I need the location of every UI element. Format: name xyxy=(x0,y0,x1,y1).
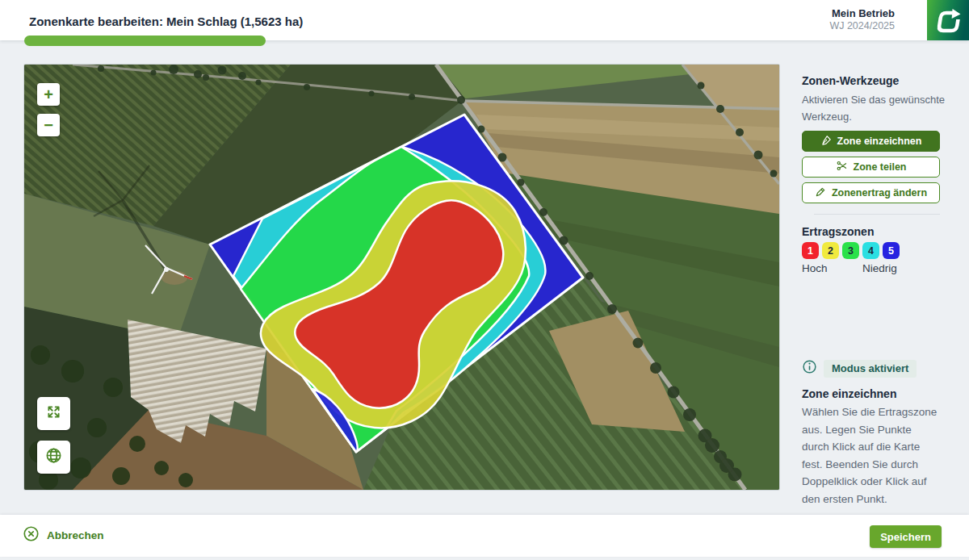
map-zoom-out-button[interactable]: − xyxy=(37,114,60,136)
zone-3-swatch[interactable]: 3 xyxy=(842,242,859,259)
draw-zone-button[interactable]: Zone einzeichnen xyxy=(802,131,940,152)
zone-2-swatch[interactable]: 2 xyxy=(822,242,839,259)
scale-high-label: Hoch xyxy=(802,262,828,274)
close-circle-icon xyxy=(23,525,40,545)
cancel-label: Abbrechen xyxy=(47,529,104,541)
mode-active-badge: Modus aktiviert xyxy=(824,360,917,378)
cancel-button[interactable]: Abbrechen xyxy=(23,525,104,545)
zone-scale-labels: Hoch Niedrig xyxy=(802,262,900,277)
mode-heading: Zone einzeichnen xyxy=(802,387,896,400)
pencil-icon xyxy=(815,186,826,200)
pen-nib-icon xyxy=(820,135,832,148)
mode-description: Wählen Sie die Ertragszone aus. Legen Si… xyxy=(802,403,942,508)
active-tab-indicator xyxy=(24,36,266,46)
satellite-map[interactable]: + − xyxy=(24,65,779,490)
tools-heading: Zonen-Werkzeuge xyxy=(802,74,899,87)
scale-low-label: Niedrig xyxy=(862,262,897,274)
plus-icon: + xyxy=(44,86,53,102)
zone-5-swatch[interactable]: 5 xyxy=(883,242,900,259)
tools-sidebar: Zonen-Werkzeuge Aktivieren Sie das gewün… xyxy=(802,65,943,492)
zone-1-number: 1 xyxy=(808,245,813,257)
farm-year: WJ 2024/2025 xyxy=(829,20,895,33)
split-zone-button[interactable]: Zone teilen xyxy=(802,157,940,178)
map-layers-globe-button[interactable] xyxy=(37,441,70,474)
zone-3-number: 3 xyxy=(848,245,854,257)
expand-arrows-icon xyxy=(45,403,62,424)
minus-icon: − xyxy=(44,117,53,133)
app-window: Zonenkarte bearbeiten: Mein Schlag (1,56… xyxy=(0,0,969,560)
change-zone-yield-label: Zonenertrag ändern xyxy=(832,187,927,199)
farm-name: Mein Betrieb xyxy=(829,7,895,20)
zone-4-swatch[interactable]: 4 xyxy=(862,242,879,259)
zone-5-number: 5 xyxy=(888,245,894,257)
zone-2-number: 2 xyxy=(828,245,833,257)
zone-4-number: 4 xyxy=(868,245,874,257)
save-button[interactable]: Speichern xyxy=(870,525,942,548)
change-zone-yield-button[interactable]: Zonenertrag ändern xyxy=(802,182,940,203)
mode-status-row: Modus aktiviert xyxy=(802,359,917,378)
footer-bar: Abbrechen Speichern xyxy=(0,515,969,557)
farm-info: Mein Betrieb WJ 2024/2025 xyxy=(829,7,895,33)
draw-zone-label: Zone einzeichnen xyxy=(837,136,922,147)
globe-icon xyxy=(44,446,63,468)
yield-zones-heading: Ertragszonen xyxy=(802,225,874,238)
tools-hint: Aktivieren Sie das gewünschte Werkzeug. xyxy=(802,92,946,126)
zone-legend: 1 2 3 4 5 xyxy=(802,242,900,259)
map-canvas xyxy=(24,65,779,490)
info-icon xyxy=(802,359,817,378)
map-zoom-in-button[interactable]: + xyxy=(37,83,60,106)
page-title: Zonenkarte bearbeiten: Mein Schlag (1,56… xyxy=(29,15,303,28)
zone-1-swatch[interactable]: 1 xyxy=(802,242,819,259)
split-zone-label: Zone teilen xyxy=(854,161,907,173)
header-bar: Zonenkarte bearbeiten: Mein Schlag (1,56… xyxy=(0,0,969,40)
sidebar-divider xyxy=(814,214,940,215)
app-logo-icon xyxy=(927,0,969,40)
scissors-icon xyxy=(836,160,848,174)
map-fullscreen-button[interactable] xyxy=(37,397,70,430)
